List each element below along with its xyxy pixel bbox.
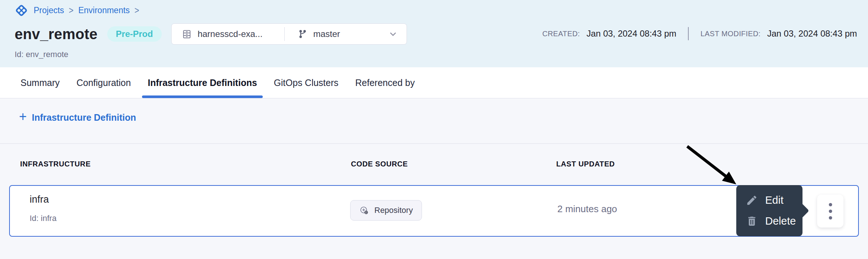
tab-gitops-clusters[interactable]: GitOps Clusters [274,67,338,98]
repository-name: harnesscd-exa... [198,29,262,39]
repo-branch-selector[interactable]: harnesscd-exa... master [171,23,407,45]
created-value: Jan 03, 2024 08:43 pm [587,29,677,39]
menu-item-label: Edit [765,194,783,206]
chevron-down-icon [388,29,398,39]
tab-label: Infrastructure Definitions [148,78,257,88]
menu-item-delete[interactable]: Delete [736,215,802,227]
tab-label: Configuration [76,78,131,88]
kebab-menu-icon [829,216,832,219]
breadcrumb-separator: > [69,5,74,16]
row-options-button[interactable] [817,195,843,228]
code-source-badge: Repository [350,200,422,221]
infrastructure-definitions-panel: + Infrastructure Definition INFRASTRUCTU… [0,98,868,259]
environment-details-page: Projects > Environments > env_remote Pre… [0,0,868,259]
tab-label: GitOps Clusters [274,78,338,88]
tab-referenced-by[interactable]: Referenced by [355,67,415,98]
section-divider [0,143,868,144]
entity-id: Id: env_remote [15,50,68,59]
kebab-menu-icon [829,210,832,213]
repository-icon [182,29,192,39]
tab-label: Referenced by [355,78,415,88]
git-branch-icon [298,29,307,39]
row-context-menu: Edit Delete [736,185,802,236]
page-header: Projects > Environments > env_remote Pre… [0,0,868,67]
branch-name: master [313,29,340,39]
harness-projects-icon [15,4,28,17]
tab-configuration[interactable]: Configuration [76,67,131,98]
last-modified-label: LAST MODIFIED: [700,30,760,38]
branch-segment[interactable]: master [285,29,407,39]
pencil-icon [746,194,758,206]
menu-item-label: Delete [765,215,796,227]
kebab-menu-icon [829,203,832,206]
code-source-label: Repository [374,206,413,215]
meta-timestamps: CREATED: Jan 03, 2024 08:43 pm LAST MODI… [542,0,857,67]
env-type-badge: Pre-Prod [107,26,162,42]
breadcrumb-projects[interactable]: Projects [34,5,64,15]
repository-badge-icon [359,206,369,215]
column-code-source: CODE SOURCE [351,160,408,168]
tab-infrastructure-definitions[interactable]: Infrastructure Definitions [148,67,257,98]
menu-item-edit[interactable]: Edit [736,194,802,206]
tab-bar: Summary Configuration Infrastructure Def… [0,67,868,98]
tab-summary[interactable]: Summary [20,67,60,98]
breadcrumb: Projects > Environments > [15,4,139,17]
active-tab-underline [142,95,263,98]
title-row: env_remote Pre-Prod harnesscd [15,23,407,45]
page-title: env_remote [15,26,98,42]
add-infrastructure-definition-button[interactable]: + Infrastructure Definition [19,112,136,123]
last-updated-value: 2 minutes ago [557,203,617,215]
column-last-updated: LAST UPDATED [556,160,615,168]
table-row[interactable]: infra Id: infra Repository 2 minu [9,185,859,237]
trash-icon [746,215,758,227]
breadcrumb-environments[interactable]: Environments [78,5,130,15]
created-label: CREATED: [542,30,580,38]
meta-separator [688,27,689,40]
infrastructure-id: Id: infra [30,214,56,223]
add-infrastructure-definition-label: Infrastructure Definition [32,112,136,123]
infrastructure-name: infra [30,194,49,205]
tab-label: Summary [20,78,60,88]
last-modified-value: Jan 03, 2024 08:43 pm [767,29,857,39]
plus-icon: + [19,110,27,123]
breadcrumb-separator: > [135,5,139,16]
repository-segment[interactable]: harnesscd-exa... [172,29,284,39]
column-infrastructure: INFRASTRUCTURE [20,160,91,168]
